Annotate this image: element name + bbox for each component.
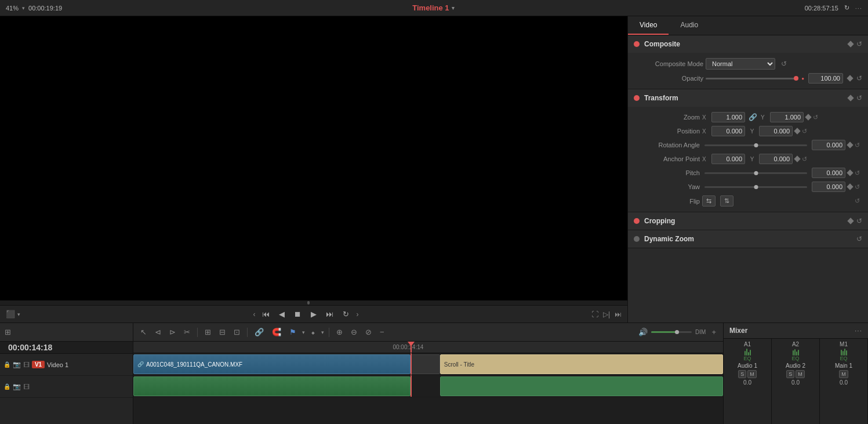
razor-button[interactable]: ✂ [181,327,193,338]
flip-vertical-button[interactable]: ⇅ [720,195,733,206]
volume-slider[interactable] [651,331,692,333]
zoom-keyframe-icon[interactable] [805,114,811,120]
magnet-button[interactable]: 🧲 [270,327,284,338]
yaw-slider[interactable] [702,186,809,188]
audio-clip[interactable] [133,376,411,396]
position-reset-icon[interactable]: ↺ [802,128,807,135]
link-button[interactable]: 🔗 [252,327,266,338]
zoom-reset-icon[interactable]: ↺ [813,114,818,121]
clip-canon[interactable]: 🔗 A001C048_190111QA_CANON.MXF [133,354,411,374]
anchor-x-input[interactable]: 0.000 [711,154,745,164]
flag-button[interactable]: ⚑ [287,327,299,338]
zoom-x-input[interactable]: 1.000 [711,112,745,122]
play-button[interactable]: ▶ [308,309,319,320]
position-y-input[interactable]: 0.000 [759,126,793,136]
tab-audio[interactable]: Audio [669,16,710,35]
step-back-button[interactable]: ◀ [277,309,287,320]
trim-left-button[interactable]: ⊲ [152,327,164,338]
audio-clip-2[interactable] [440,376,723,396]
refresh-icon[interactable]: ↻ [844,4,849,12]
yaw-input[interactable]: 0.000 [812,182,845,192]
yaw-keyframe-icon[interactable] [847,183,853,190]
ch-m1-m-button[interactable]: M [839,370,848,378]
flip-reset-icon[interactable]: ↺ [855,197,860,205]
end-icon[interactable]: ⏭ [615,310,622,318]
zoom-level[interactable]: 41% [6,5,19,12]
transform-dot[interactable] [634,95,640,101]
chevron-down-icon[interactable]: ▾ [17,311,20,317]
marker-button[interactable]: ⬥ [308,327,318,338]
flag-chevron[interactable]: ▾ [302,329,305,335]
composite-dot[interactable] [634,41,640,47]
cropping-dot[interactable] [634,218,640,224]
yaw-reset-icon[interactable]: ↺ [855,183,860,191]
marker-chevron[interactable]: ▾ [321,329,324,335]
zoom-link-icon[interactable]: 🔗 [747,113,758,121]
opacity-reset-icon[interactable]: ↺ [856,74,862,82]
replace-button[interactable]: ⊡ [231,327,242,338]
playhead[interactable] [411,342,412,353]
transform-keyframe-icon[interactable] [847,95,854,101]
anchor-reset-icon[interactable]: ↺ [802,155,807,163]
fullscreen-icon[interactable]: ⛶ [591,310,598,318]
audio-lock-icon[interactable]: 🔒 [3,383,10,390]
dynamic-zoom-dot[interactable] [634,236,640,242]
flip-horizontal-button[interactable]: ⇆ [702,195,716,206]
go-to-start-button[interactable]: ⏮ [260,309,272,320]
next-arrow-icon[interactable]: › [356,310,358,318]
zoom-chevron[interactable]: ▾ [22,5,25,11]
composite-reset-icon[interactable]: ↺ [856,40,862,48]
menu-dots-right[interactable]: ··· [855,5,862,12]
anchor-y-input[interactable]: 0.000 [759,154,793,164]
pitch-slider[interactable] [702,172,809,174]
arrow-tool-button[interactable]: ↖ [138,327,149,338]
zoom-out-button[interactable]: ⊖ [348,327,359,338]
mixer-menu-icon[interactable]: ··· [855,327,862,335]
rotation-slider[interactable] [702,144,809,146]
track-v1-lock-icon[interactable]: 🔒 [3,361,10,368]
pitch-input[interactable]: 0.000 [812,168,845,178]
rotation-input[interactable]: 0.000 [812,140,845,150]
rotation-reset-icon[interactable]: ↺ [855,142,860,149]
rotation-keyframe-icon[interactable] [847,142,853,148]
go-to-end-button[interactable]: ⏭ [324,309,336,320]
anchor-keyframe-icon[interactable] [794,155,800,162]
position-x-input[interactable]: 0.000 [711,126,745,136]
clip-title[interactable]: Scroll - Title [440,354,723,374]
composite-keyframe-icon[interactable] [847,41,854,47]
insert-button[interactable]: ⊞ [202,327,213,338]
zoom-in-button[interactable]: ⊕ [334,327,345,338]
pitch-keyframe-icon[interactable] [847,169,853,176]
transform-reset-icon[interactable]: ↺ [856,94,862,102]
cropping-reset-icon[interactable]: ↺ [856,217,862,225]
ch-a1-m-button[interactable]: M [747,370,757,378]
timeline-chevron[interactable]: ▾ [452,5,455,11]
opacity-input[interactable]: 100.00 [808,73,843,84]
monitor-icon[interactable]: ⬛ [6,310,15,318]
opacity-keyframe-icon[interactable] [847,75,853,81]
dynamic-zoom-reset-icon[interactable]: ↺ [856,235,862,243]
trim-right-button[interactable]: ⊳ [167,327,178,338]
prev-arrow-icon[interactable]: ‹ [253,310,255,318]
position-keyframe-icon[interactable] [794,128,800,134]
opacity-thumb[interactable] [794,76,798,81]
stop-button[interactable]: ⏹ [292,309,304,320]
plus-btn[interactable]: + [709,327,718,338]
pitch-reset-icon[interactable]: ↺ [855,169,860,177]
minus-btn[interactable]: − [377,327,387,338]
loop-button[interactable]: ↻ [340,309,351,320]
opacity-slider[interactable] [706,78,797,79]
next-frame-icon[interactable]: ▷| [603,310,610,318]
tab-video[interactable]: Video [628,16,669,35]
volume-thumb[interactable] [675,330,679,334]
composite-mode-reset-icon[interactable]: ↺ [781,60,787,68]
grid-icon[interactable]: ⊞ [3,327,12,338]
ch-a1-s-button[interactable]: S [738,370,746,378]
ch-a2-s-button[interactable]: S [786,370,794,378]
cropping-keyframe-icon[interactable] [847,218,854,224]
ch-a2-m-button[interactable]: M [796,370,805,378]
composite-mode-select[interactable]: Normal [706,58,775,70]
overwrite-button[interactable]: ⊟ [217,327,228,338]
track-v1-label[interactable]: V1 [32,361,45,368]
zoom-y-input[interactable]: 1.000 [770,112,804,122]
